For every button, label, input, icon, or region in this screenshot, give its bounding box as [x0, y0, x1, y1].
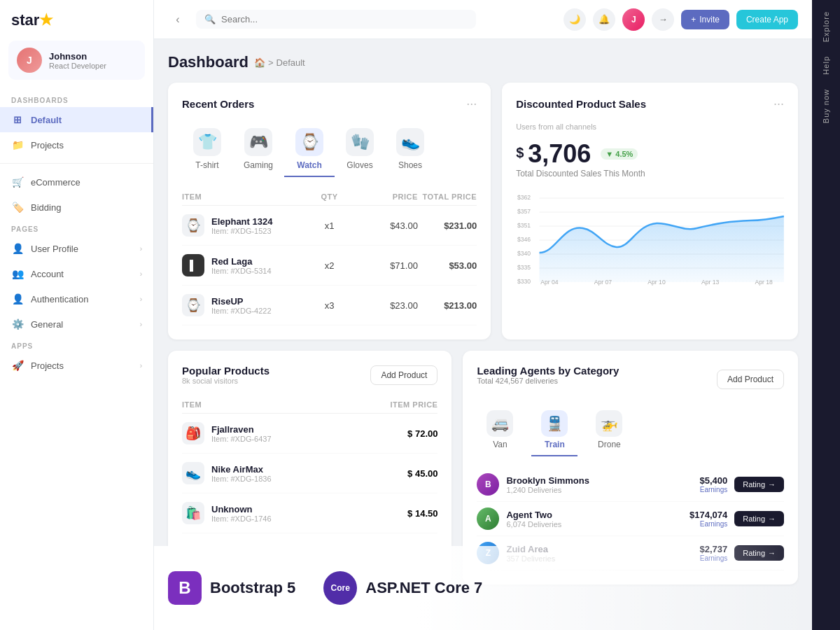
- tab-shoes[interactable]: 👟 Shoes: [385, 122, 435, 177]
- item-icon: ⌚: [182, 294, 204, 316]
- chevron-down-icon: ›: [140, 362, 142, 370]
- more-options-icon[interactable]: ···: [774, 97, 784, 111]
- item-cell: 🎒 Fjallraven Item: #XDG-6437: [182, 422, 353, 444]
- item-icon: 🎒: [182, 422, 204, 444]
- item-name: Red Laga: [211, 256, 272, 267]
- agent-stat: $2,737 Earnings: [699, 544, 727, 562]
- item-cell: ⌚ Elephant 1324 Item: #XDG-1523: [182, 214, 300, 237]
- rating-button[interactable]: Rating →: [734, 477, 784, 492]
- van-icon: 🚐: [486, 410, 513, 437]
- notification-icon[interactable]: 🔔: [593, 8, 615, 31]
- arrow-right-icon[interactable]: →: [652, 8, 674, 31]
- buy-now-label[interactable]: Buy now: [822, 89, 830, 123]
- sidebar-item-default[interactable]: ⊞ Default: [0, 107, 153, 132]
- sidebar-item-general[interactable]: ⚙️ General ›: [0, 312, 153, 337]
- header-right: 🌙 🔔 J → + Invite Create App: [564, 8, 798, 31]
- svg-text:Apr 18: Apr 18: [755, 279, 773, 286]
- item-details: Fjallraven Item: #XDG-6437: [211, 424, 272, 443]
- agent-stat: $5,400 Earnings: [699, 475, 727, 493]
- help-label[interactable]: Help: [822, 56, 830, 75]
- user-card[interactable]: J Johnson React Developer: [8, 41, 145, 80]
- sidebar-item-user-profile[interactable]: 👤 User Profile ›: [0, 236, 153, 261]
- search-icon: 🔍: [204, 14, 216, 24]
- tab-watch[interactable]: ⌚ Watch: [284, 122, 335, 177]
- sidebar-item-ecommerce[interactable]: 🛒 eCommerce: [0, 169, 153, 195]
- explore-label[interactable]: Explore: [822, 11, 830, 42]
- user-name: Johnson: [49, 51, 106, 62]
- sidebar-item-label: Projects: [31, 140, 142, 150]
- chart-label: Total Discounted Sales This Month: [516, 169, 784, 178]
- plus-icon: +: [691, 15, 696, 24]
- card-header: Leading Agents by Category Total 424,567…: [477, 365, 784, 393]
- agent-name: Agent Two: [506, 510, 682, 520]
- cart-icon: 🛒: [11, 176, 24, 188]
- table-header: ITEM ITEM PRICE: [182, 396, 438, 414]
- gear-icon: ⚙️: [11, 318, 24, 330]
- item-cell: 👟 Nike AirMax Item: #XDG-1836: [182, 462, 353, 484]
- create-app-button[interactable]: Create App: [736, 10, 798, 29]
- collapse-button[interactable]: ‹: [168, 10, 188, 29]
- tag-icon: 🏷️: [11, 201, 24, 214]
- tab-gloves[interactable]: 🧤 Gloves: [335, 122, 385, 177]
- svg-text:$330: $330: [517, 278, 531, 285]
- theme-icon[interactable]: 🌙: [564, 8, 586, 31]
- user-avatar-header[interactable]: J: [622, 8, 645, 31]
- col-price: PRICE: [359, 192, 418, 201]
- add-product-button[interactable]: Add Product: [370, 365, 438, 385]
- tab-label: Shoes: [398, 160, 422, 170]
- total-cell: $53.00: [418, 260, 477, 271]
- sidebar-item-authentication[interactable]: 👤 Authentication ›: [0, 286, 153, 312]
- sales-chart: $362 $357 $351 $346 $340 $335 $330: [516, 190, 784, 288]
- rating-button[interactable]: Rating →: [734, 511, 784, 526]
- rocket-icon: 🚀: [11, 359, 24, 372]
- agent-earnings: $5,400: [699, 475, 727, 486]
- sidebar-item-label: Account: [31, 269, 133, 279]
- tab-gaming[interactable]: 🎮 Gaming: [232, 122, 284, 177]
- page-title: Dashboard: [168, 53, 248, 71]
- sidebar-item-projects-app[interactable]: 🚀 Projects ›: [0, 353, 153, 378]
- tab-drone[interactable]: 🚁 Drone: [586, 405, 632, 456]
- qty-cell: x1: [300, 220, 358, 231]
- logo-star: ★: [39, 11, 53, 29]
- col-price: ITEM PRICE: [353, 400, 438, 409]
- tab-train[interactable]: 🚆 Train: [531, 405, 578, 456]
- sidebar-item-bidding[interactable]: 🏷️ Bidding: [0, 195, 153, 220]
- earnings-label: Earnings: [690, 520, 727, 528]
- tab-label: Drone: [598, 440, 621, 449]
- train-icon: 🚆: [541, 410, 568, 437]
- item-cell: 🛍️ Unknown Item: #XDG-1746: [182, 502, 353, 524]
- logo: star★: [0, 11, 153, 41]
- orders-table: ITEM QTY PRICE TOTAL PRICE ⌚ Elephant 13…: [182, 188, 477, 326]
- agent-deliveries: 6,074 Deliveries: [506, 520, 682, 528]
- card-header: Discounted Product Sales ···: [516, 97, 784, 111]
- agent-info: Zuid Area 357 Deliveries: [506, 544, 692, 563]
- tab-van[interactable]: 🚐 Van: [477, 405, 523, 456]
- invite-button[interactable]: + Invite: [681, 10, 729, 29]
- page-header: Dashboard 🏠 > Default: [168, 53, 798, 71]
- section-apps: APPS: [0, 337, 153, 353]
- tab-tshirt[interactable]: 👕 T-shirt: [182, 122, 232, 177]
- arrow-icon: →: [768, 549, 776, 557]
- popular-products-card: Popular Products 8k social visitors Add …: [168, 351, 451, 584]
- item-code: Item: #XDG-4222: [211, 307, 272, 315]
- chevron-down-icon: ›: [140, 321, 142, 328]
- arrow-icon: →: [768, 480, 776, 489]
- sidebar-item-projects[interactable]: 📁 Projects: [0, 132, 153, 158]
- more-options-icon[interactable]: ···: [466, 97, 477, 111]
- right-sidebar: Explore Help Buy now: [812, 0, 840, 630]
- rating-button[interactable]: Rating →: [734, 545, 784, 561]
- sidebar-item-account[interactable]: 👥 Account ›: [0, 261, 153, 286]
- user-role: React Developer: [49, 62, 106, 70]
- watch-icon: ⌚: [295, 128, 323, 156]
- list-item: 👟 Nike AirMax Item: #XDG-1836 $ 45.00: [182, 454, 438, 493]
- gloves-icon: 🧤: [346, 128, 374, 156]
- agent-earnings: $2,737: [699, 544, 727, 554]
- list-item: B Brooklyn Simmons 1,240 Deliveries $5,4…: [477, 468, 784, 502]
- content: Dashboard 🏠 > Default Recent Orders ···: [154, 39, 812, 630]
- price-cell: $43.00: [359, 220, 418, 231]
- add-product-button-agents[interactable]: Add Product: [717, 370, 784, 389]
- tab-label: T-shirt: [195, 160, 218, 170]
- tab-label: Gloves: [346, 160, 372, 170]
- item-name: RiseUP: [211, 296, 272, 307]
- search-input[interactable]: [221, 14, 468, 24]
